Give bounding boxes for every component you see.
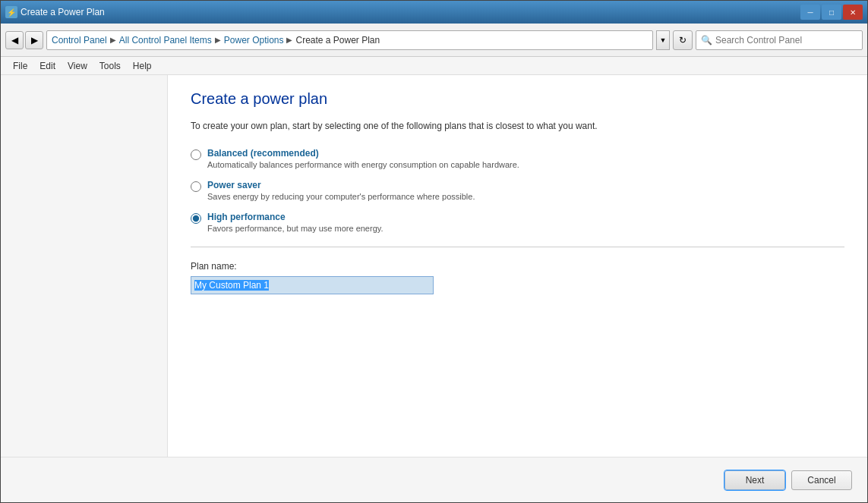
breadcrumb-sep-3: ▶: [286, 36, 292, 44]
option-high-performance: High performance Favors performance, but…: [191, 212, 844, 233]
divider: [191, 247, 844, 247]
radio-high-performance-desc: Favors performance, but may use more ene…: [207, 224, 383, 233]
search-icon: 🔍: [701, 35, 712, 46]
radio-high-performance-label[interactable]: High performance: [207, 212, 383, 222]
radio-section: Balanced (recommended) Automatically bal…: [191, 148, 844, 233]
breadcrumb-power-options[interactable]: Power Options: [224, 35, 284, 46]
plan-name-section: Plan name:: [191, 261, 844, 294]
radio-balanced-desc: Automatically balances performance with …: [207, 160, 519, 169]
radio-power-saver[interactable]: [191, 181, 201, 192]
menu-file[interactable]: File: [7, 59, 33, 73]
minimize-button[interactable]: ─: [800, 5, 820, 20]
main-area: Create a power plan To create your own p…: [1, 75, 867, 457]
page-title: Create a power plan: [191, 90, 844, 108]
menu-tools[interactable]: Tools: [93, 59, 127, 73]
radio-high-performance-group: High performance Favors performance, but…: [207, 212, 383, 233]
menu-edit[interactable]: Edit: [33, 59, 62, 73]
menu-view[interactable]: View: [62, 59, 93, 73]
breadcrumb-sep-1: ▶: [110, 36, 116, 44]
option-balanced: Balanced (recommended) Automatically bal…: [191, 148, 844, 169]
left-panel: [1, 75, 168, 457]
plan-name-label: Plan name:: [191, 261, 844, 272]
menu-help[interactable]: Help: [127, 59, 158, 73]
title-bar-left: ⚡ Create a Power Plan: [5, 6, 105, 18]
search-input[interactable]: [715, 35, 857, 46]
close-button[interactable]: ✕: [843, 5, 863, 20]
breadcrumb-all-items[interactable]: All Control Panel Items: [119, 35, 212, 46]
radio-balanced-group: Balanced (recommended) Automatically bal…: [207, 148, 519, 169]
radio-power-saver-label[interactable]: Power saver: [207, 180, 475, 190]
title-bar: ⚡ Create a Power Plan ─ □ ✕: [1, 1, 867, 24]
window-icon: ⚡: [5, 6, 17, 18]
radio-high-performance[interactable]: [191, 213, 201, 224]
radio-balanced[interactable]: [191, 149, 201, 160]
breadcrumb-current: Create a Power Plan: [295, 35, 380, 46]
breadcrumb-sep-2: ▶: [215, 36, 221, 44]
bottom-bar: Next Cancel: [1, 457, 867, 502]
forward-button[interactable]: ▶: [25, 31, 43, 49]
radio-power-saver-group: Power saver Saves energy by reducing you…: [207, 180, 475, 201]
plan-name-input[interactable]: [191, 276, 434, 294]
address-dropdown-button[interactable]: ▼: [656, 30, 670, 50]
breadcrumb-control-panel[interactable]: Control Panel: [52, 35, 107, 46]
option-power-saver: Power saver Saves energy by reducing you…: [191, 180, 844, 201]
next-button[interactable]: Next: [724, 470, 785, 490]
back-button[interactable]: ◀: [5, 31, 24, 49]
radio-power-saver-desc: Saves energy by reducing your computer's…: [207, 192, 475, 201]
menu-bar: File Edit View Tools Help: [1, 57, 867, 75]
window-title: Create a Power Plan: [21, 7, 105, 17]
refresh-button[interactable]: ↻: [673, 30, 693, 50]
window-controls: ─ □ ✕: [800, 5, 863, 20]
radio-balanced-label[interactable]: Balanced (recommended): [207, 148, 519, 159]
nav-buttons: ◀ ▶: [5, 31, 43, 49]
main-window: ⚡ Create a Power Plan ─ □ ✕ ◀ ▶ Control …: [0, 0, 868, 503]
cancel-button[interactable]: Cancel: [791, 470, 852, 490]
page-description: To create your own plan, start by select…: [191, 120, 844, 133]
address-bar: ◀ ▶ Control Panel ▶ All Control Panel It…: [1, 24, 867, 57]
search-box: 🔍: [696, 30, 863, 50]
maximize-button[interactable]: □: [822, 5, 841, 20]
address-path: Control Panel ▶ All Control Panel Items …: [46, 30, 653, 50]
content-area: Create a power plan To create your own p…: [168, 75, 867, 457]
